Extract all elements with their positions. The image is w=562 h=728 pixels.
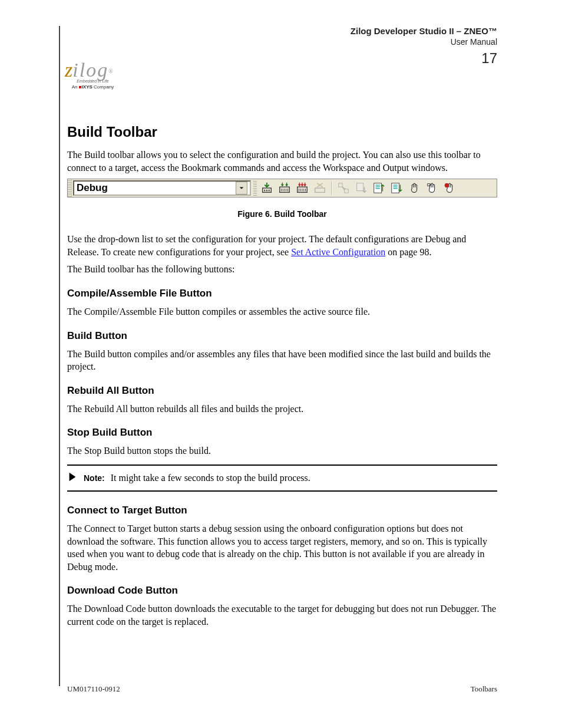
svg-rect-2 — [266, 190, 267, 192]
build-icon[interactable] — [276, 179, 293, 197]
zilog-logo: zilog® Embedded in Life An ■IXYS Company — [65, 59, 121, 90]
header: Zilog Developer Studio II – ZNEO™ User M… — [351, 26, 497, 47]
hand-dot-icon[interactable] — [441, 179, 458, 197]
link-set-active-config[interactable]: Set Active Configuration — [291, 247, 385, 257]
heading-download: Download Code Button — [67, 585, 497, 597]
hand2-icon[interactable] — [423, 179, 441, 197]
logo-company: An ■IXYS Company — [65, 84, 121, 90]
svg-rect-17 — [339, 183, 342, 187]
body-download: The Download Code button downloads the e… — [67, 602, 497, 628]
footer-doc-id: UM017110-0912 — [67, 684, 120, 694]
figure-caption: Figure 6. Build Toolbar — [67, 209, 497, 219]
svg-rect-26 — [394, 186, 398, 187]
content: Build Toolbar The Build toolbar allows y… — [67, 124, 497, 633]
chevron-down-icon[interactable] — [236, 182, 247, 195]
body-connect: The Connect to Target button starts a de… — [67, 522, 497, 573]
logo-z: z — [65, 59, 72, 81]
body-build: The Build button compiles and/or assembl… — [67, 348, 497, 373]
bookmark-prev-icon[interactable] — [388, 179, 405, 197]
compile-icon[interactable] — [258, 179, 276, 197]
footer-section: Toolbars — [471, 684, 497, 694]
build-toolbar-figure: Debug — [67, 179, 497, 197]
stop-build-icon[interactable] — [311, 179, 329, 197]
config-dropdown-value: Debug — [77, 182, 108, 194]
svg-point-29 — [445, 183, 449, 187]
logo-word: zilog® — [65, 59, 121, 81]
body-rebuild: The Rebuild All button rebuilds all file… — [67, 403, 497, 416]
svg-rect-3 — [269, 190, 270, 192]
build-toolbar-intro: The Build toolbar allows you to select t… — [67, 149, 497, 174]
separator — [331, 181, 332, 195]
heading-compile: Compile/Assemble File Button — [67, 288, 497, 299]
svg-rect-27 — [394, 188, 398, 189]
svg-rect-1 — [264, 190, 265, 192]
heading-connect: Connect to Target Button — [67, 505, 497, 516]
toolbar-grip — [68, 179, 72, 197]
connect-icon[interactable] — [335, 179, 352, 197]
toolbar-grip — [253, 180, 257, 196]
svg-rect-16 — [315, 188, 325, 192]
page-number: 17 — [481, 50, 497, 67]
body-compile: The Compile/Assemble File button compile… — [67, 305, 497, 318]
note-arrow-icon — [67, 472, 78, 485]
svg-rect-21 — [376, 185, 380, 186]
note-text: It might take a few seconds to stop the … — [111, 473, 310, 483]
download-icon[interactable] — [352, 179, 370, 197]
logo-reg: ® — [108, 68, 113, 74]
heading-build: Build Button — [67, 330, 497, 342]
note-box: Note: It might take a few seconds to sto… — [67, 465, 497, 492]
svg-rect-22 — [376, 186, 380, 187]
svg-rect-19 — [357, 183, 363, 191]
bookmark-next-icon[interactable] — [370, 179, 388, 197]
heading-rebuild: Rebuild All Button — [67, 385, 497, 397]
left-rule — [59, 26, 60, 686]
section-title-build-toolbar: Build Toolbar — [67, 124, 497, 140]
doc-subtitle: User Manual — [351, 37, 497, 47]
body-stop: The Stop Build button stops the build. — [67, 444, 497, 457]
doc-title: Zilog Developer Studio II – ZNEO™ — [351, 26, 497, 36]
svg-rect-18 — [345, 189, 348, 193]
note-label: Note: — [84, 473, 105, 483]
config-description: Use the drop-down list to set the config… — [67, 233, 497, 258]
svg-rect-25 — [394, 185, 398, 186]
footer: UM017110-0912 Toolbars — [67, 684, 497, 694]
heading-stop: Stop Build Button — [67, 427, 497, 439]
config-dropdown[interactable]: Debug — [73, 180, 251, 196]
buttons-intro: The Build toolbar has the following butt… — [67, 263, 497, 276]
logo-rest: ilog — [72, 59, 108, 81]
hand1-icon[interactable] — [405, 179, 423, 197]
svg-rect-23 — [376, 188, 380, 189]
rebuild-icon[interactable] — [293, 179, 311, 197]
